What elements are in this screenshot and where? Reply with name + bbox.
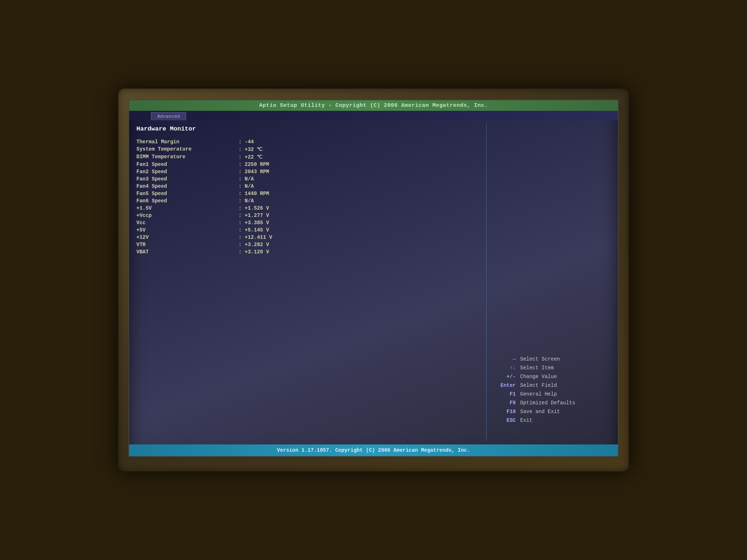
hw-value: : -44 [239, 139, 254, 145]
bottom-bar: Version 1.17.1057. Copyright (C) 2006 Am… [129, 444, 618, 456]
key-name: ESC [494, 417, 516, 423]
key-desc: General Help [520, 391, 557, 397]
key-desc: Optimized Defaults [520, 400, 575, 406]
key-help-row: F1 General Help [494, 391, 611, 397]
key-help-row: F10 Save and Exit [494, 409, 611, 415]
hw-row: Fan5 Speed : 1440 RPM [136, 191, 479, 197]
hw-value: : +1.526 V [239, 205, 269, 211]
hw-value: : +22 ℃ [239, 154, 263, 160]
hw-label: Fan2 Speed [136, 169, 239, 175]
hw-label: Fan4 Speed [136, 183, 239, 189]
screen: Aptio Setup Utility - Copyright (C) 2006… [128, 100, 619, 457]
hw-label: +Vccp [136, 213, 239, 218]
hw-row: Fan6 Speed : N/A [136, 198, 479, 204]
hw-value: : 2250 RPM [239, 162, 269, 167]
hw-label: Fan3 Speed [136, 176, 239, 182]
hw-value: : +5.145 V [239, 227, 269, 233]
key-desc: Change Value [520, 374, 557, 380]
hw-rows-container: Thermal Margin : -44 System Temperature … [136, 139, 479, 255]
hw-row: Fan2 Speed : 2043 RPM [136, 169, 479, 175]
hw-row: Fan3 Speed : N/A [136, 176, 479, 182]
key-help-row: Enter Select Field [494, 382, 611, 388]
hw-value: : N/A [239, 183, 254, 189]
key-name: F1 [494, 391, 516, 397]
top-bar: Aptio Setup Utility - Copyright (C) 2006… [129, 100, 618, 111]
hw-label: Fan6 Speed [136, 198, 239, 204]
hw-label: Fan5 Speed [136, 191, 239, 197]
hw-label: Fan1 Speed [136, 162, 239, 167]
hw-row: VTR : +3.282 V [136, 242, 479, 248]
hw-label: VTR [136, 242, 239, 248]
hw-label: +1.5V [136, 205, 239, 211]
key-name: Enter [494, 382, 516, 388]
hw-row: Thermal Margin : -44 [136, 139, 479, 145]
hw-value: : +3.385 V [239, 220, 269, 226]
side-panel: ↔ Select Screen ↑↓ Select Item +/- Chang… [487, 124, 618, 441]
hw-row: System Temperature : +32 ℃ [136, 146, 479, 152]
hw-row: +Vccp : +1.277 V [136, 213, 479, 218]
key-help-row: F9 Optimized Defaults [494, 400, 611, 406]
hw-value: : +32 ℃ [239, 146, 263, 152]
hw-row: Vcc : +3.385 V [136, 220, 479, 226]
key-desc: Save and Exit [520, 409, 560, 415]
footer-text: Version 1.17.1057. Copyright (C) 2006 Am… [277, 447, 470, 453]
hw-label: Vcc [136, 220, 239, 226]
key-desc: Select Field [520, 382, 557, 388]
content-area: Hardware Monitor Thermal Margin : -44 Sy… [129, 120, 618, 444]
hw-label: System Temperature [136, 146, 239, 152]
main-panel: Hardware Monitor Thermal Margin : -44 Sy… [129, 124, 487, 441]
hw-row: +12V : +12.411 V [136, 234, 479, 240]
hw-value: : N/A [239, 176, 254, 182]
key-desc: Exit [520, 417, 533, 423]
hw-label: VBAT [136, 249, 239, 255]
hw-value: : +3.120 V [239, 249, 269, 255]
advanced-tab[interactable]: Advanced [151, 112, 186, 120]
key-help-row: ↔ Select Screen [494, 356, 611, 362]
key-name: ↔ [494, 356, 516, 362]
key-name: +/- [494, 374, 516, 380]
hw-row: Fan4 Speed : N/A [136, 183, 479, 189]
hw-row: +5V : +5.145 V [136, 227, 479, 233]
hw-value: : +1.277 V [239, 213, 269, 218]
hw-row: Fan1 Speed : 2250 RPM [136, 162, 479, 167]
hw-row: VBAT : +3.120 V [136, 249, 479, 255]
section-title: Hardware Monitor [136, 125, 479, 132]
hw-value: : 1440 RPM [239, 191, 269, 197]
monitor-bezel: Aptio Setup Utility - Copyright (C) 2006… [118, 89, 629, 471]
key-desc: Select Item [520, 365, 554, 371]
title-text: Aptio Setup Utility - Copyright (C) 2006… [259, 102, 488, 109]
hw-value: : 2043 RPM [239, 169, 269, 175]
hw-label: +5V [136, 227, 239, 233]
key-name: F9 [494, 400, 516, 406]
hw-value: : +3.282 V [239, 242, 269, 248]
hw-label: Thermal Margin [136, 139, 239, 145]
key-desc: Select Screen [520, 356, 560, 362]
hw-value: : N/A [239, 198, 254, 204]
key-help-row: ↑↓ Select Item [494, 365, 611, 371]
key-help-container: ↔ Select Screen ↑↓ Select Item +/- Chang… [494, 356, 611, 426]
key-name: F10 [494, 409, 516, 415]
hw-row: DIMM Temperature : +22 ℃ [136, 154, 479, 160]
key-help-row: +/- Change Value [494, 374, 611, 380]
hw-label: DIMM Temperature [136, 154, 239, 160]
key-help-row: ESC Exit [494, 417, 611, 423]
tab-row: Advanced [129, 111, 618, 120]
key-name: ↑↓ [494, 365, 516, 371]
hw-row: +1.5V : +1.526 V [136, 205, 479, 211]
hw-label: +12V [136, 234, 239, 240]
hw-value: : +12.411 V [239, 234, 272, 240]
